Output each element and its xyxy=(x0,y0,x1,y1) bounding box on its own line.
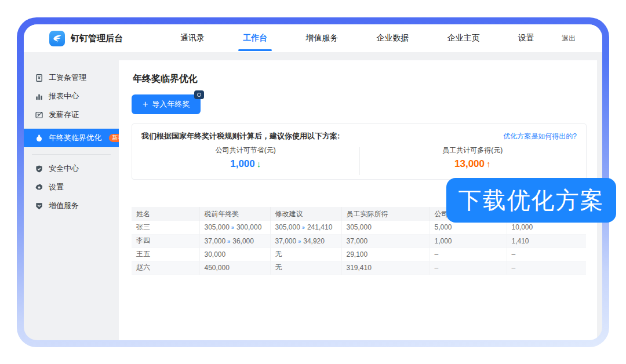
page-title: 年终奖临界优化 xyxy=(133,73,597,85)
stat-0: 公司共计可节省(元)1,000↓ xyxy=(132,145,359,170)
column-header-0: 姓名 xyxy=(132,207,199,221)
cell-company-save: – xyxy=(430,261,507,274)
top-navigation-bar: 钉钉管理后台 通讯录工作台增值服务企业数据企业主页设置 退出 xyxy=(24,24,602,52)
sidebar-item-6[interactable]: 设置 xyxy=(24,178,119,196)
value-after: 34,920 xyxy=(303,237,325,245)
cell-name: 赵六 xyxy=(132,261,199,274)
value-before: 305,000 xyxy=(275,223,300,231)
suggestion-message: 我们根据国家年终奖计税规则计算后，建议你使用以下方案: xyxy=(141,131,340,141)
value-added-icon xyxy=(34,201,43,210)
import-bonus-button[interactable]: + 导入年终奖 xyxy=(132,94,201,114)
change-arrow-icon: ››› xyxy=(231,224,233,231)
shield-check-icon xyxy=(34,164,43,173)
sidebar-item-label: 工资条管理 xyxy=(49,72,86,83)
how-derived-link[interactable]: 优化方案是如何得出的? xyxy=(503,132,577,141)
cell-company-save: 5,000 xyxy=(430,221,507,234)
table-row: 李四37,000›››36,00037,000›››34,92037,0001,… xyxy=(132,234,586,247)
certificate-icon xyxy=(34,110,43,119)
brand-title: 钉钉管理后台 xyxy=(71,33,123,44)
value-before: 37,000 xyxy=(205,237,226,245)
gear-icon xyxy=(34,183,43,192)
sidebar-item-5[interactable]: 安全中心 xyxy=(24,159,119,178)
sidebar-item-label: 年终奖临界优化 xyxy=(49,133,101,143)
sidebar-item-1[interactable]: 报表中心 xyxy=(24,87,119,105)
sidebar-item-label: 增值服务 xyxy=(49,201,79,211)
table-row: 张三305,000›››300,000305,000›››241,410305,… xyxy=(132,221,586,234)
cell-name: 王五 xyxy=(132,247,199,261)
cell-actual-income: 29,100 xyxy=(341,247,430,261)
nav-tab-3[interactable]: 企业数据 xyxy=(377,24,409,52)
cell-name: 李四 xyxy=(132,234,199,247)
sidebar-item-label: 报表中心 xyxy=(49,91,79,101)
cell-pretax-bonus: 37,000›››36,000 xyxy=(199,234,270,247)
nav-tab-4[interactable]: 企业主页 xyxy=(447,24,480,52)
cell-employee-gain: – xyxy=(507,247,586,261)
import-bonus-label: 导入年终奖 xyxy=(152,99,190,110)
sidebar-item-label: 安全中心 xyxy=(49,163,79,174)
sidebar-item-label: 设置 xyxy=(49,182,64,192)
value-after: 241,410 xyxy=(307,223,332,231)
column-header-1: 税前年终奖 xyxy=(199,207,270,221)
cell-employee-gain: – xyxy=(507,261,586,274)
logout-link[interactable]: 退出 xyxy=(562,34,576,43)
value-before: 37,000 xyxy=(275,237,297,245)
plus-icon: + xyxy=(143,100,148,109)
cell-pretax-bonus: 450,000 xyxy=(199,261,270,274)
value-before: 305,000 xyxy=(205,223,230,231)
cell-employee-gain: 10,000 xyxy=(507,221,586,234)
column-header-2: 修改建议 xyxy=(270,207,341,221)
cell-advice: 305,000›››241,410 xyxy=(270,221,341,234)
sidebar-item-3[interactable]: 年终奖临界优化新功能 xyxy=(24,129,119,147)
video-guide-badge-icon[interactable] xyxy=(194,90,204,99)
stat-1: 员工共计可多得(元)13,000↑ xyxy=(359,145,587,170)
suggestion-panel: 我们根据国家年终奖计税规则计算后，建议你使用以下方案: 优化方案是如何得出的? … xyxy=(132,123,587,180)
value-after: 300,000 xyxy=(236,223,261,231)
cell-employee-gain: 1,410 xyxy=(507,234,586,247)
primary-nav: 通讯录工作台增值服务企业数据企业主页设置 xyxy=(161,24,554,52)
dingtalk-logo-icon xyxy=(49,31,65,46)
bar-chart-icon xyxy=(34,92,43,101)
cell-name: 张三 xyxy=(132,221,199,234)
cell-advice: 无 xyxy=(270,261,341,274)
cell-advice: 37,000›››34,920 xyxy=(270,234,341,247)
sidebar-divider xyxy=(32,154,111,155)
sidebar-item-0[interactable]: 工资条管理 xyxy=(24,68,119,87)
column-header-3: 员工实际所得 xyxy=(341,207,430,221)
sidebar-item-label: 发薪存证 xyxy=(49,110,79,120)
change-arrow-icon: ››› xyxy=(297,238,300,245)
sidebar-item-7[interactable]: 增值服务 xyxy=(24,196,119,215)
table-row: 赵六450,000无319,410–– xyxy=(132,261,586,274)
table-row: 王五30,000无29,100–– xyxy=(132,247,586,261)
nav-tab-2[interactable]: 增值服务 xyxy=(305,24,338,52)
change-arrow-icon: ››› xyxy=(227,238,229,245)
down-arrow-icon: ↓ xyxy=(257,159,261,169)
nav-tab-0[interactable]: 通讯录 xyxy=(180,24,205,52)
cell-company-save: – xyxy=(430,247,507,261)
stat-value: 1,000↓ xyxy=(132,158,359,170)
cell-actual-income: 37,000 xyxy=(341,234,430,247)
stat-value: 13,000↑ xyxy=(359,158,587,170)
cell-actual-income: 319,410 xyxy=(341,261,430,274)
value-after: 36,000 xyxy=(232,237,254,245)
sidebar-item-2[interactable]: 发薪存证 xyxy=(24,105,119,124)
payslip-icon xyxy=(34,73,43,82)
cell-actual-income: 305,000 xyxy=(341,221,430,234)
money-bag-icon xyxy=(34,133,43,143)
change-arrow-icon: ››› xyxy=(301,224,304,231)
download-plan-overlay-button[interactable]: 下载优化方案 xyxy=(446,178,616,223)
up-arrow-icon: ↑ xyxy=(486,159,491,169)
cell-pretax-bonus: 305,000›››300,000 xyxy=(199,221,270,234)
sidebar: 工资条管理报表中心发薪存证年终奖临界优化新功能安全中心设置增值服务 xyxy=(24,52,119,340)
stat-label: 公司共计可节省(元) xyxy=(132,145,359,155)
cell-pretax-bonus: 30,000 xyxy=(199,247,270,261)
stat-label: 员工共计可多得(元) xyxy=(359,145,587,155)
stats-divider xyxy=(359,147,360,175)
cell-company-save: 1,000 xyxy=(430,234,507,247)
nav-tab-1[interactable]: 工作台 xyxy=(243,24,267,52)
cell-advice: 无 xyxy=(270,247,341,261)
nav-tab-5[interactable]: 设置 xyxy=(518,24,534,52)
